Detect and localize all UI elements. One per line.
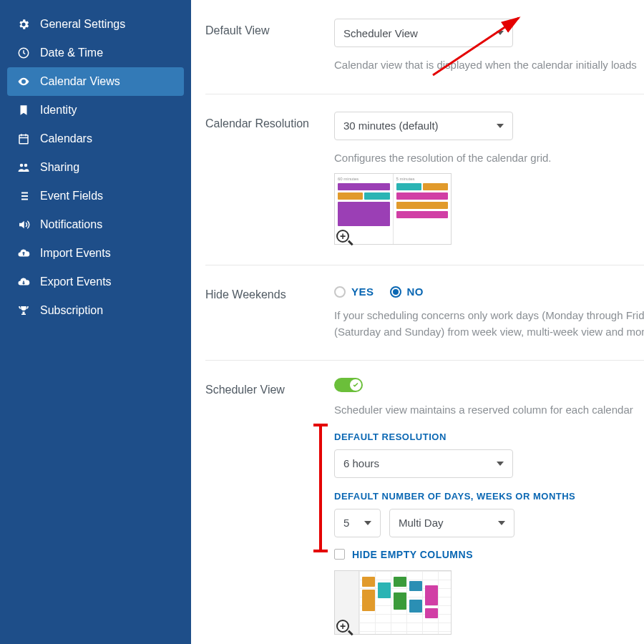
- radio-icon: [390, 286, 401, 298]
- hide-weekends-no-radio[interactable]: NO: [390, 286, 424, 298]
- dropdown-caret-icon: [497, 31, 504, 35]
- dropdown-caret-icon: [497, 124, 504, 128]
- hide-weekends-yes-radio[interactable]: YES: [334, 286, 374, 298]
- bookmark-icon: [17, 104, 30, 117]
- annotation-bracket: [319, 424, 322, 552]
- sidebar-item-label: Date & Time: [40, 47, 103, 59]
- hide-weekends-label: Hide Weekends: [205, 283, 334, 340]
- default-resolution-heading: DEFAULT RESOLUTION: [334, 431, 641, 442]
- hide-weekends-radio-group: YES NO: [334, 286, 644, 298]
- hide-weekends-desc: If your scheduling concerns only work da…: [334, 308, 644, 340]
- sidebar-item-label: Subscription: [40, 304, 103, 317]
- resolution-preview-image[interactable]: 60 minutes 5 minutes +: [334, 173, 452, 245]
- sidebar-item-notifications[interactable]: Notifications: [7, 210, 184, 239]
- clock-icon: [17, 47, 30, 59]
- default-number-heading: DEFAULT NUMBER OF DAYS, WEEKS OR MONTHS: [334, 491, 641, 502]
- trophy-icon: [17, 304, 30, 317]
- calendar-resolution-select[interactable]: 30 minutes (default): [334, 112, 513, 140]
- sidebar-item-label: Notifications: [40, 218, 102, 231]
- sidebar-item-identity[interactable]: Identity: [7, 96, 184, 125]
- svg-rect-1: [19, 135, 28, 144]
- sidebar-item-subscription[interactable]: Subscription: [7, 296, 184, 325]
- setting-row-hide-weekends: Hide Weekends YES NO If your scheduling …: [205, 283, 644, 361]
- list-icon: [17, 190, 30, 203]
- zoom-icon: +: [336, 230, 352, 245]
- volume-icon: [17, 218, 30, 231]
- svg-point-3: [24, 164, 28, 167]
- sidebar-item-label: Import Events: [40, 247, 111, 260]
- settings-panel: Default View Scheduler View Calendar vie…: [191, 0, 644, 644]
- sidebar-item-event-fields[interactable]: Event Fields: [7, 182, 184, 210]
- svg-point-2: [20, 164, 24, 167]
- calendar-resolution-label: Calendar Resolution: [205, 112, 334, 245]
- sidebar-item-export-events[interactable]: Export Events: [7, 268, 184, 296]
- sidebar-item-general-settings[interactable]: General Settings: [7, 10, 184, 39]
- dropdown-caret-icon: [364, 521, 371, 525]
- sidebar-item-label: Identity: [40, 104, 77, 117]
- sidebar-item-label: Export Events: [40, 275, 112, 288]
- sidebar-item-label: General Settings: [40, 18, 125, 31]
- calendar-resolution-desc: Configures the resolution of the calenda…: [334, 150, 641, 167]
- eye-icon: [17, 75, 30, 88]
- sidebar-item-label: Sharing: [40, 161, 79, 174]
- setting-row-calendar-resolution: Calendar Resolution 30 minutes (default)…: [205, 112, 644, 266]
- default-view-select[interactable]: Scheduler View: [334, 19, 513, 47]
- scheduler-period-select[interactable]: Multi Day: [389, 509, 514, 537]
- default-view-label: Default View: [205, 19, 334, 74]
- sidebar-item-date-time[interactable]: Date & Time: [7, 39, 184, 67]
- scheduler-view-toggle[interactable]: [334, 378, 363, 392]
- dropdown-caret-icon: [498, 521, 505, 525]
- calendar-icon: [17, 132, 30, 145]
- dropdown-caret-icon: [497, 462, 504, 466]
- sidebar-item-label: Event Fields: [40, 190, 103, 203]
- sidebar-item-label: Calendars: [40, 132, 92, 145]
- checkbox-icon: [334, 549, 345, 560]
- sidebar-item-label: Calendar Views: [40, 75, 120, 88]
- cloud-upload-icon: [17, 247, 30, 260]
- radio-icon: [334, 286, 346, 298]
- users-icon: [17, 161, 30, 174]
- calendar-resolution-value: 30 minutes (default): [343, 119, 439, 132]
- setting-row-scheduler-view: Scheduler View Scheduler view maintains …: [205, 378, 644, 644]
- toggle-knob-icon: [350, 379, 361, 391]
- scheduler-view-label: Scheduler View: [205, 378, 334, 636]
- scheduler-preview-image[interactable]: +: [334, 570, 452, 635]
- cloud-download-icon: [17, 275, 30, 288]
- setting-row-default-view: Default View Scheduler View Calendar vie…: [205, 19, 644, 94]
- default-view-value: Scheduler View: [343, 27, 418, 39]
- sidebar-item-import-events[interactable]: Import Events: [7, 239, 184, 268]
- default-view-desc: Calendar view that is displayed when the…: [334, 57, 641, 74]
- scheduler-view-desc: Scheduler view maintains a reserved colu…: [334, 402, 641, 419]
- settings-sidebar: General Settings Date & Time Calendar Vi…: [0, 0, 191, 644]
- sidebar-item-calendar-views[interactable]: Calendar Views: [7, 67, 184, 96]
- scheduler-count-select[interactable]: 5: [334, 509, 381, 537]
- scheduler-default-resolution-select[interactable]: 6 hours: [334, 449, 513, 478]
- hide-empty-columns-checkbox[interactable]: HIDE EMPTY COLUMNS: [334, 549, 641, 560]
- gear-icon: [17, 18, 30, 31]
- zoom-icon: +: [336, 620, 352, 635]
- sidebar-item-sharing[interactable]: Sharing: [7, 153, 184, 182]
- sidebar-item-calendars[interactable]: Calendars: [7, 125, 184, 153]
